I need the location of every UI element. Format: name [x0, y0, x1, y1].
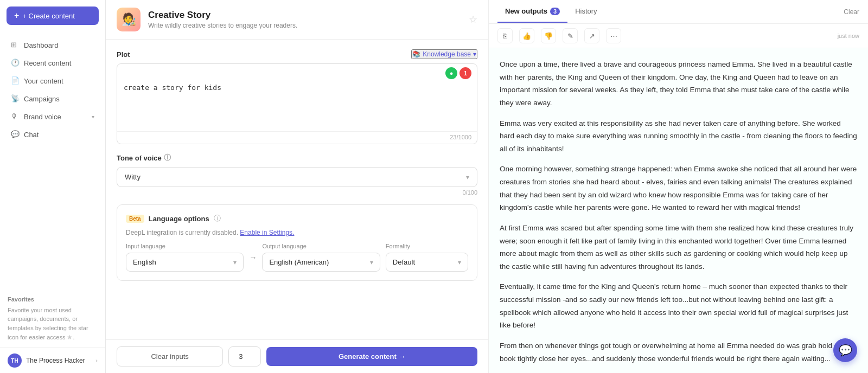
document-icon: 📄: [11, 76, 20, 85]
sidebar-item-brand-voice[interactable]: 🎙 Brand voice ▾: [3, 108, 102, 125]
chevron-down-icon: ▾: [458, 259, 461, 266]
indicator-red: 1: [459, 67, 471, 79]
favorites-text: Favorite your most used campaigns, docum…: [8, 306, 98, 343]
output-language-label: Output language: [262, 243, 380, 249]
input-language-col: Input language English ▾: [126, 243, 244, 272]
chevron-down-icon: ▾: [233, 259, 237, 266]
footer-bar: Clear inputs Generate content →: [106, 339, 488, 373]
favorite-star-icon[interactable]: ☆: [469, 14, 477, 25]
favorites-title: Favorites: [8, 296, 98, 303]
avatar: TH: [8, 353, 22, 368]
copy-icon[interactable]: ⎘: [497, 28, 513, 43]
thumbs-up-icon[interactable]: 👍: [519, 28, 534, 43]
new-outputs-badge: 3: [550, 8, 560, 15]
plot-char-counter: 23/1000: [117, 131, 477, 144]
input-language-value: English: [133, 258, 156, 266]
clear-outputs-button[interactable]: Clear: [844, 8, 859, 16]
output-toolbar: ⎘ 👍 👎 ✎ ↗ ⋯ just now: [489, 24, 868, 48]
thumbs-down-icon[interactable]: 👎: [541, 28, 556, 43]
formality-label: Formality: [386, 243, 468, 249]
indicators-row: ● 1: [117, 64, 477, 80]
formality-dropdown[interactable]: Default ▾: [386, 253, 468, 272]
plus-icon: +: [14, 11, 19, 21]
language-options-title: Language options: [149, 215, 209, 223]
content-header: 🧑‍🎨 Creative Story Write wildly creative…: [106, 0, 488, 40]
beta-badge: Beta: [126, 215, 144, 223]
sidebar-item-campaigns[interactable]: 📡 Campaigns: [3, 90, 102, 107]
chevron-down-icon: ▾: [92, 114, 94, 120]
edit-icon[interactable]: ✎: [563, 28, 578, 43]
sidebar-item-label: Campaigns: [24, 95, 60, 103]
tone-section: Tone of voice ⓘ Witty ▾ 0/100: [117, 153, 477, 196]
deepl-enable-link[interactable]: Enable in Settings.: [240, 229, 294, 236]
page-subtitle: Write wildly creative stories to engage …: [148, 22, 461, 29]
sidebar-item-recent-content[interactable]: 🕐 Recent content: [3, 54, 102, 72]
input-language-dropdown[interactable]: English ▾: [126, 253, 244, 272]
footer-user-name: The Process Hacker: [26, 357, 91, 364]
nav-section: ⊞ Dashboard 🕐 Recent content 📄 Your cont…: [0, 31, 105, 291]
deepl-notice: DeepL integration is currently disabled.…: [126, 229, 468, 236]
sidebar-item-dashboard[interactable]: ⊞ Dashboard: [3, 36, 102, 54]
generate-content-button[interactable]: Generate content →: [266, 347, 477, 366]
header-info: Creative Story Write wildly creative sto…: [148, 10, 461, 29]
knowledge-base-button[interactable]: 📚 Knowledge base ▾: [411, 49, 477, 59]
arrow-right-icon: →: [249, 253, 257, 262]
sidebar-item-label: Dashboard: [24, 41, 59, 49]
output-language-value: English (American): [269, 258, 329, 266]
main-content: 🧑‍🎨 Creative Story Write wildly creative…: [106, 0, 488, 373]
output-language-col: Output language English (American) ▾: [262, 243, 380, 272]
info-icon: ⓘ: [214, 214, 221, 223]
plot-textarea-wrap: ● 1 create a story for kids 23/1000: [117, 63, 477, 144]
output-body: Once upon a time, there lived a brave an…: [489, 48, 868, 373]
more-icon[interactable]: ⋯: [606, 28, 621, 43]
info-icon: ⓘ: [164, 153, 171, 163]
tone-dropdown[interactable]: Witty ▾: [117, 167, 477, 187]
chat-icon: 💬: [11, 130, 20, 139]
chat-bubble-icon: 💬: [839, 344, 852, 357]
formality-col: Formality Default ▾: [386, 243, 468, 272]
output-timestamp: just now: [838, 33, 859, 39]
plot-section-label: Plot 📚 Knowledge base ▾: [117, 49, 477, 59]
clock-icon: 🕐: [11, 59, 20, 67]
chevron-right-icon: ›: [95, 357, 98, 364]
sidebar-item-chat[interactable]: 💬 Chat: [3, 126, 102, 143]
output-language-dropdown[interactable]: English (American) ▾: [262, 253, 380, 272]
output-panel: New outputs 3 History Clear ⎘ 👍 👎 ✎ ↗ ⋯ …: [488, 0, 868, 373]
create-content-button[interactable]: + + Create content: [7, 7, 99, 25]
chat-bubble-button[interactable]: 💬: [833, 338, 857, 362]
sidebar-top: + + Create content: [0, 0, 105, 31]
clear-inputs-button[interactable]: Clear inputs: [117, 346, 223, 366]
dashboard-icon: ⊞: [11, 41, 20, 49]
input-language-label: Input language: [126, 243, 244, 249]
sidebar-item-label: Brand voice: [24, 113, 61, 121]
indicator-green: ●: [445, 67, 457, 79]
share-icon[interactable]: ↗: [584, 28, 599, 43]
plot-textarea[interactable]: create a story for kids: [117, 80, 477, 129]
chevron-down-icon: ▾: [466, 173, 469, 181]
tab-history[interactable]: History: [567, 1, 604, 23]
chevron-down-icon: ▾: [370, 259, 373, 266]
star-icon: ★: [67, 333, 73, 341]
book-icon: 📚: [412, 50, 420, 58]
chevron-down-icon: ▾: [473, 50, 476, 58]
formality-value: Default: [393, 258, 415, 266]
output-tabs: New outputs 3 History Clear: [489, 0, 868, 24]
sidebar: + + Create content ⊞ Dashboard 🕐 Recent …: [0, 0, 106, 373]
tone-char-counter: 0/100: [117, 189, 477, 196]
sidebar-item-label: Chat: [24, 131, 39, 139]
language-inputs: Input language English ▾ → Output langua…: [126, 243, 468, 272]
language-header: Beta Language options ⓘ: [126, 214, 468, 223]
sidebar-footer[interactable]: TH The Process Hacker ›: [0, 348, 105, 373]
brand-voice-icon: 🎙: [11, 112, 20, 121]
tone-value: Witty: [125, 173, 141, 181]
tone-label: Tone of voice ⓘ: [117, 153, 477, 163]
page-title: Creative Story: [148, 10, 461, 21]
sidebar-item-label: Your content: [24, 77, 63, 85]
sidebar-item-your-content[interactable]: 📄 Your content: [3, 72, 102, 89]
language-options-section: Beta Language options ⓘ DeepL integratio…: [117, 204, 477, 281]
campaigns-icon: 📡: [11, 94, 20, 103]
count-input[interactable]: [228, 346, 261, 366]
favorites-section: Favorites Favorite your most used campai…: [0, 291, 105, 348]
form-area: Plot 📚 Knowledge base ▾ ● 1 create a sto…: [106, 40, 488, 339]
tab-new-outputs[interactable]: New outputs 3: [497, 1, 567, 23]
